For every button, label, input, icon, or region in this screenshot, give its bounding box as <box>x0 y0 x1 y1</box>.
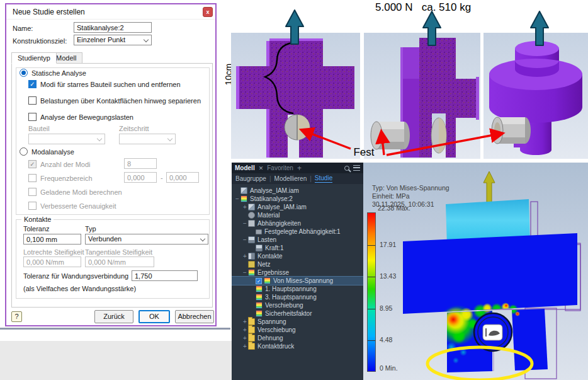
subtab-baugruppe[interactable]: Baugruppe <box>235 175 266 182</box>
scale-tick-label: 17.91 <box>380 241 396 248</box>
scale-tick-line <box>368 245 375 246</box>
goal-select[interactable]: Einzelner Punkt <box>74 35 152 45</box>
enhanced-accuracy-checkbox[interactable]: Verbesserte Genauigkeit <box>28 202 116 210</box>
toleranz-input[interactable] <box>23 234 81 245</box>
tree-item[interactable]: Netz <box>232 260 363 268</box>
tree-expander-icon[interactable]: − <box>234 195 240 202</box>
separate-loads-checkbox[interactable]: Belastungen über Kontaktflächen hinweg s… <box>28 96 201 105</box>
result-icon <box>256 285 263 292</box>
material-icon <box>248 212 255 219</box>
scale-tick-label: 13.43 <box>380 272 396 280</box>
tree-item[interactable]: +Kontaktdruck <box>232 342 363 350</box>
tab-modell-browser[interactable]: Modell <box>235 164 255 171</box>
tree-expander-icon[interactable]: + <box>242 253 248 260</box>
lotrechte-label: Lotrechte Steifigkeit <box>23 248 84 256</box>
checkbox-box <box>28 160 37 168</box>
result-unit-text: Einheit: MPa <box>372 192 410 200</box>
subtab-modellieren[interactable]: Modellieren <box>274 175 307 182</box>
zurueck-button[interactable]: Zurück <box>94 310 133 323</box>
modal-analysis-radio[interactable]: Modalanalyse <box>20 147 74 156</box>
loaded-modes-checkbox[interactable]: Geladene Modi berechnen <box>28 188 122 196</box>
tree-item[interactable]: +Kontakte <box>232 252 363 260</box>
fixed-icon <box>256 229 262 234</box>
results-icon <box>248 269 255 276</box>
mesh-icon <box>248 261 255 268</box>
rigid-modes-checkbox[interactable]: Modi für starres Bauteil suchen und entf… <box>28 80 181 88</box>
tree-expander-icon[interactable]: − <box>242 236 248 243</box>
tree-expander-icon[interactable]: − <box>242 269 248 276</box>
tree-item[interactable]: Kraft:1 <box>232 244 363 252</box>
tree-item[interactable]: Analyse_IAM.iam <box>232 187 363 195</box>
tree-item[interactable]: 3. Hauptspannung <box>232 293 363 301</box>
tangentiale-label: Tangentiale Steifigkeit <box>85 248 152 256</box>
tree-item-label: Dehnung <box>257 335 283 342</box>
tree-item-label: Kontakte <box>257 253 282 260</box>
tree-expander-icon[interactable]: + <box>242 204 248 210</box>
wandung-input[interactable] <box>132 270 198 281</box>
static-analysis-label: Statische Analyse <box>31 69 86 77</box>
dialog-title: Neue Studie erstellen <box>6 4 215 20</box>
search-icon[interactable] <box>344 166 349 171</box>
tree-item[interactable]: −Ergebnisse <box>232 268 363 277</box>
close-icon[interactable]: x <box>203 7 213 17</box>
tree-expander-icon[interactable]: + <box>242 343 248 350</box>
tree-item-label: Analyse_IAM.iam <box>257 204 307 210</box>
model-view-iso <box>483 33 588 159</box>
hamburger-menu-icon[interactable] <box>353 165 360 171</box>
mode-count-input <box>124 158 157 169</box>
help-button[interactable]: ? <box>11 311 22 322</box>
frequency-range-label: Frequenzbereich <box>40 175 93 182</box>
tree-item[interactable]: −Lasten <box>232 236 363 244</box>
toleranz-label: Toleranz <box>23 225 50 233</box>
cross-bar-blue <box>403 233 577 314</box>
tree-expander-icon[interactable]: − <box>242 220 248 227</box>
folder-icon <box>248 318 255 325</box>
abbrechen-button[interactable]: Abbrechen <box>175 310 214 323</box>
tree-item[interactable]: Von Mises-Spannung <box>232 277 363 285</box>
tree-item[interactable]: Festgelegte Abhängigkeit:1 <box>232 227 363 236</box>
static-analysis-radio[interactable]: Statische Analyse <box>20 69 86 77</box>
tree-item[interactable]: 1. Hauptspannung <box>232 285 363 293</box>
tab-favoriten[interactable]: Favoriten <box>267 164 293 171</box>
freq-from-input <box>124 172 157 183</box>
add-tab-icon[interactable]: + <box>297 164 302 173</box>
ok-button[interactable]: OK <box>139 310 170 323</box>
scale-tick-label: 8.95 <box>380 304 392 312</box>
zeitschritt-select <box>119 134 176 144</box>
tree-expander-icon[interactable]: + <box>242 326 248 333</box>
tree-expander-icon[interactable]: + <box>242 318 248 325</box>
tree-item-label: Analyse_IAM.iam <box>250 187 299 194</box>
result-icon <box>264 277 271 284</box>
tree-item[interactable]: Verschiebung <box>232 301 363 309</box>
tree-expander-icon[interactable]: + <box>242 335 248 342</box>
scale-tick-line <box>368 340 375 341</box>
fea-viewport[interactable]: Typ: Von Mises-Spannung Einheit: MPa 30.… <box>363 163 588 380</box>
fixed-constraint-pin <box>474 313 512 351</box>
tree-item[interactable]: +Analyse_IAM.iam <box>232 203 363 211</box>
loaded-modes-label: Geladene Modi berechnen <box>40 188 122 196</box>
background-strip <box>0 341 232 380</box>
radio-dot <box>20 69 28 77</box>
tree-checkbox[interactable] <box>256 278 262 284</box>
result-icon <box>256 310 263 317</box>
tree-item[interactable]: −Statikanalyse:2 <box>232 195 363 203</box>
bauteil-label: Bauteil <box>28 125 50 132</box>
browser-subtabs: Baugruppe | Modellieren | Studie <box>232 173 363 184</box>
name-label: Name: <box>13 25 33 32</box>
tree-item[interactable]: −Abhängigkeiten <box>232 219 363 227</box>
tree-item-label: Festgelegte Abhängigkeit:1 <box>264 228 341 235</box>
close-tab-icon[interactable]: ✕ <box>259 165 264 171</box>
name-input[interactable] <box>74 22 152 33</box>
typ-select[interactable]: Verbunden <box>85 234 208 245</box>
tree-item-label: Kraft:1 <box>265 245 283 251</box>
tree-item-label: Sicherheitsfaktor <box>265 310 312 317</box>
tab-studientyp[interactable]: Studientyp <box>11 52 57 64</box>
tree-item-label: Ergebnisse <box>257 269 289 276</box>
tree-item-label: Kontaktdruck <box>257 343 294 350</box>
frequency-range-checkbox[interactable]: Frequenzbereich <box>28 174 93 182</box>
bauteil-select <box>28 134 105 144</box>
tree-item-label: Material <box>257 212 280 219</box>
tree-item[interactable]: Material <box>232 211 363 219</box>
motion-loads-checkbox[interactable]: Analyse der Bewegungslasten <box>28 113 133 121</box>
subtab-studie[interactable]: Studie <box>315 175 332 183</box>
